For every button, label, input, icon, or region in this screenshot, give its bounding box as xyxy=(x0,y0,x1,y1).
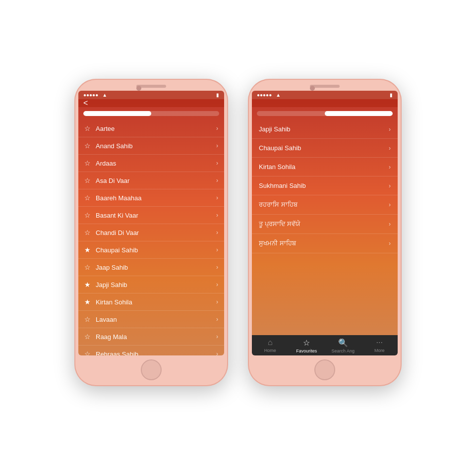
list-item[interactable]: ☆ Ardaas › xyxy=(78,155,224,172)
list-item[interactable]: ★ Kirtan Sohila › xyxy=(78,293,224,311)
chevron-icon: › xyxy=(216,160,218,167)
list-item[interactable]: ☆ Jaap Sahib › xyxy=(78,259,224,276)
list-item[interactable]: ☆ Anand Sahib › xyxy=(78,137,224,155)
phone-2-list: Japji Sahib › Chaupai Sahib › Kirtan Soh… xyxy=(252,120,398,335)
star-icon: ☆ xyxy=(84,333,91,341)
wifi-icon-2: ▲ xyxy=(276,92,281,98)
wifi-icon: ▲ xyxy=(102,92,107,98)
fav-list-item[interactable]: Chaupai Sahib › xyxy=(252,139,398,158)
list-item-label: Rehraas Sahib xyxy=(96,350,216,356)
tab-icon: ⌂ xyxy=(268,338,273,347)
phone-2-navbar xyxy=(252,99,398,107)
chevron-icon: › xyxy=(216,177,218,184)
tab-label: More xyxy=(374,348,385,353)
chevron-icon: › xyxy=(389,145,391,152)
phone-1-segment xyxy=(83,111,219,116)
fav-list-item[interactable]: ਤੂ ਪ੍ਰਸਾਦਿ ਸਵੱਯੇ › xyxy=(252,215,398,234)
phone-1: ●●●●● ▲ ▮ < ☆ xyxy=(74,79,228,386)
fav-list-item[interactable]: Sukhmani Sahib › xyxy=(252,176,398,195)
tab-bar: ⌂ Home ☆ Favourites 🔍 Search Ang ··· Mor… xyxy=(252,335,398,355)
star-icon: ☆ xyxy=(84,263,91,271)
list-item-label: Kirtan Sohila xyxy=(96,298,216,306)
signal-dots: ●●●●● xyxy=(83,92,98,98)
chevron-icon: › xyxy=(216,142,218,149)
phone-1-home-button[interactable] xyxy=(141,359,162,380)
list-item[interactable]: ☆ Aartee › xyxy=(78,120,224,137)
list-item-label: Lavaan xyxy=(96,316,216,323)
list-item-label: Japji Sahib xyxy=(96,281,216,289)
segment-mybani[interactable] xyxy=(325,111,393,116)
star-icon: ☆ xyxy=(84,159,91,167)
phone-1-camera xyxy=(136,86,141,91)
fav-list-item[interactable]: ਰਹਰਾਸਿ ਸਾਹਿਬ › xyxy=(252,195,398,215)
fav-list-item[interactable]: Kirtan Sohila › xyxy=(252,158,398,176)
fav-item-label: ਰਹਰਾਸਿ ਸਾਹਿਬ xyxy=(259,201,298,209)
list-item[interactable]: ★ Chaupai Sahib › xyxy=(78,241,224,259)
chevron-icon: › xyxy=(216,281,218,288)
fav-item-label: Kirtan Sohila xyxy=(259,163,296,171)
star-icon: ☆ xyxy=(84,124,91,132)
search-ang-tab[interactable]: 🔍 Search Ang xyxy=(325,338,361,353)
segment-sggsj[interactable] xyxy=(257,111,325,116)
list-item[interactable]: ☆ Basant Ki Vaar › xyxy=(78,207,224,224)
star-icon: ☆ xyxy=(84,315,91,323)
list-item[interactable]: ☆ Asa Di Vaar › xyxy=(78,172,224,189)
tab-icon: ··· xyxy=(376,338,383,347)
chevron-icon: › xyxy=(389,164,391,171)
tab-label: Favourites xyxy=(296,349,317,353)
chevron-icon: › xyxy=(389,182,391,189)
signal-dots-2: ●●●●● xyxy=(257,92,272,98)
phone-1-navbar: < xyxy=(78,99,224,107)
tab-icon: ☆ xyxy=(303,338,310,348)
chevron-icon: › xyxy=(216,246,218,253)
star-icon: ★ xyxy=(84,298,91,306)
segment-multilang[interactable] xyxy=(151,111,219,116)
battery-icon: ▮ xyxy=(216,92,219,98)
phone-2-screen: ●●●●● ▲ ▮ Japji Sahib xyxy=(252,91,398,355)
list-item[interactable]: ☆ Lavaan › xyxy=(78,311,224,328)
back-button[interactable]: < xyxy=(83,99,88,108)
more-tab[interactable]: ··· More xyxy=(361,338,398,353)
list-item-label: Baareh Maahaa xyxy=(96,194,216,202)
star-icon: ☆ xyxy=(84,176,91,184)
segment-gurmukhi[interactable] xyxy=(83,111,151,116)
list-item[interactable]: ☆ Chandi Di Vaar › xyxy=(78,224,224,241)
chevron-icon: › xyxy=(216,229,218,236)
tab-label: Home xyxy=(264,348,276,353)
phone-2-status-bar: ●●●●● ▲ ▮ xyxy=(252,91,398,99)
status-left: ●●●●● ▲ xyxy=(83,92,107,98)
phone-2-content: Japji Sahib › Chaupai Sahib › Kirtan Soh… xyxy=(252,99,398,335)
list-item[interactable]: ☆ Rehraas Sahib › xyxy=(78,346,224,355)
phone-2-home-button[interactable] xyxy=(314,359,335,380)
status-right-2: ▮ xyxy=(388,92,393,98)
star-icon: ★ xyxy=(84,246,91,254)
chevron-icon: › xyxy=(216,350,218,355)
chevron-icon: › xyxy=(389,126,391,133)
phone-1-list: ☆ Aartee › ☆ Anand Sahib › ☆ Ardaas › ☆ … xyxy=(78,120,224,355)
star-icon: ★ xyxy=(84,281,91,289)
phone-2: ●●●●● ▲ ▮ Japji Sahib xyxy=(248,79,402,386)
chevron-icon: › xyxy=(389,201,391,208)
list-item-label: Aartee xyxy=(96,125,216,132)
star-icon: ☆ xyxy=(84,194,91,202)
list-item[interactable]: ☆ Baareh Maahaa › xyxy=(78,189,224,207)
fav-list-item[interactable]: ਸੁਖਮਨੀ ਸਾਹਿਬ › xyxy=(252,234,398,253)
fav-item-label: ਤੂ ਪ੍ਰਸਾਦਿ ਸਵੱਯੇ xyxy=(259,220,300,228)
list-item[interactable]: ☆ Raag Mala › xyxy=(78,328,224,346)
fav-list-item[interactable]: Japji Sahib › xyxy=(252,120,398,139)
chevron-icon: › xyxy=(216,298,218,305)
fav-item-label: ਸੁਖਮਨੀ ਸਾਹਿਬ xyxy=(259,239,296,247)
list-item-label: Basant Ki Vaar xyxy=(96,212,216,219)
favourites-tab[interactable]: ☆ Favourites xyxy=(289,338,325,353)
chevron-icon: › xyxy=(216,333,218,340)
chevron-icon: › xyxy=(389,221,391,228)
star-icon: ☆ xyxy=(84,142,91,150)
chevron-icon: › xyxy=(389,240,391,247)
star-icon: ☆ xyxy=(84,350,91,355)
fav-item-label: Sukhmani Sahib xyxy=(259,182,306,189)
list-item[interactable]: ★ Japji Sahib › xyxy=(78,276,224,293)
home-tab[interactable]: ⌂ Home xyxy=(252,338,289,353)
tab-label: Search Ang xyxy=(331,349,355,353)
chevron-icon: › xyxy=(216,316,218,323)
chevron-icon: › xyxy=(216,125,218,132)
